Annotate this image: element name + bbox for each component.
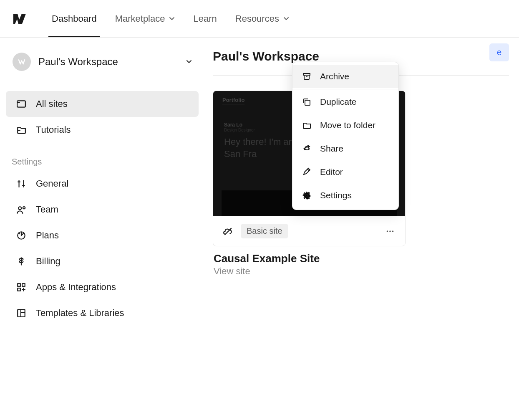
context-item-share[interactable]: Share: [292, 137, 398, 160]
context-item-editor[interactable]: Editor: [292, 160, 398, 184]
context-item-label: Move to folder: [320, 120, 375, 130]
context-item-label: Editor: [320, 167, 343, 177]
nav-tab-label: Learn: [193, 13, 217, 24]
dollar-icon: [16, 256, 27, 267]
templates-icon: [16, 308, 27, 319]
top-nav: DashboardMarketplaceLearnResources: [0, 0, 519, 38]
page-title: Paul's Workspace: [213, 49, 319, 63]
site-card-footer: Basic site: [213, 216, 405, 246]
chevron-down-icon: [283, 16, 289, 22]
sidebar-item-team[interactable]: Team: [6, 197, 199, 223]
team-icon: [16, 204, 27, 215]
sidebar-item-label: Billing: [36, 256, 60, 267]
folder-cut-icon: [16, 124, 27, 135]
sidebar-item-templates-libraries[interactable]: Templates & Libraries: [6, 300, 199, 326]
nav-tab-label: Dashboard: [52, 13, 97, 24]
workspace-name: Paul's Workspace: [38, 56, 179, 68]
chevron-down-icon: [186, 59, 192, 65]
plan-chip: Basic site: [241, 224, 288, 238]
sidebar-item-general[interactable]: General: [6, 171, 199, 197]
site-actions-menu-button[interactable]: [384, 225, 396, 237]
workspace-avatar-icon: [13, 53, 31, 71]
nav-tab-resources[interactable]: Resources: [235, 0, 289, 37]
sidebar: Paul's Workspace All sitesTutorials Sett…: [0, 38, 204, 420]
nav-tab-dashboard[interactable]: Dashboard: [52, 0, 97, 37]
archive-icon: [302, 71, 312, 81]
sidebar-item-label: Team: [36, 204, 58, 215]
nav-tab-marketplace[interactable]: Marketplace: [115, 0, 175, 37]
apps-icon: [16, 282, 27, 293]
sidebar-item-label: Tutorials: [36, 124, 71, 135]
context-item-label: Settings: [320, 190, 352, 200]
site-context-menu: ArchiveDuplicateMove to folderShareEdito…: [292, 62, 399, 210]
site-title: Causal Example Site: [214, 252, 509, 265]
sidebar-settings-heading: Settings: [6, 143, 199, 171]
pencil-icon: [302, 167, 312, 177]
unpublished-icon: [222, 226, 233, 237]
chevron-down-icon: [169, 16, 175, 22]
sidebar-item-all-sites[interactable]: All sites: [6, 91, 199, 117]
sidebar-item-label: Plans: [36, 230, 59, 241]
context-item-duplicate[interactable]: Duplicate: [292, 90, 398, 114]
sliders-icon: [16, 178, 27, 189]
gear-icon: [302, 190, 312, 200]
sidebar-item-label: General: [36, 178, 68, 189]
new-site-button[interactable]: e: [489, 43, 509, 61]
context-item-label: Share: [320, 144, 343, 154]
nav-tab-learn[interactable]: Learn: [193, 0, 217, 37]
sidebar-item-label: Templates & Libraries: [36, 308, 124, 319]
context-item-archive[interactable]: Archive: [292, 65, 398, 88]
context-item-move-to-folder[interactable]: Move to folder: [292, 114, 398, 137]
sidebar-item-apps-integrations[interactable]: Apps & Integrations: [6, 274, 199, 300]
workspace-selector[interactable]: Paul's Workspace: [6, 49, 199, 79]
nav-tab-label: Marketplace: [115, 13, 165, 24]
share-icon: [302, 144, 312, 154]
sidebar-item-billing[interactable]: Billing: [6, 248, 199, 274]
duplicate-icon: [302, 97, 312, 107]
plans-icon: [16, 230, 27, 241]
sidebar-item-plans[interactable]: Plans: [6, 223, 199, 248]
view-site-link[interactable]: View site: [214, 266, 509, 277]
sidebar-item-label: Apps & Integrations: [36, 282, 116, 293]
context-separator: [292, 89, 398, 89]
window-icon: [16, 99, 27, 109]
webflow-logo[interactable]: [13, 13, 33, 25]
sidebar-item-tutorials[interactable]: Tutorials: [6, 117, 199, 143]
context-item-settings[interactable]: Settings: [292, 184, 398, 207]
context-item-label: Duplicate: [320, 97, 357, 107]
sidebar-item-label: All sites: [36, 99, 68, 109]
folder-icon: [302, 120, 312, 130]
context-item-label: Archive: [320, 71, 349, 81]
nav-tab-label: Resources: [235, 13, 279, 24]
